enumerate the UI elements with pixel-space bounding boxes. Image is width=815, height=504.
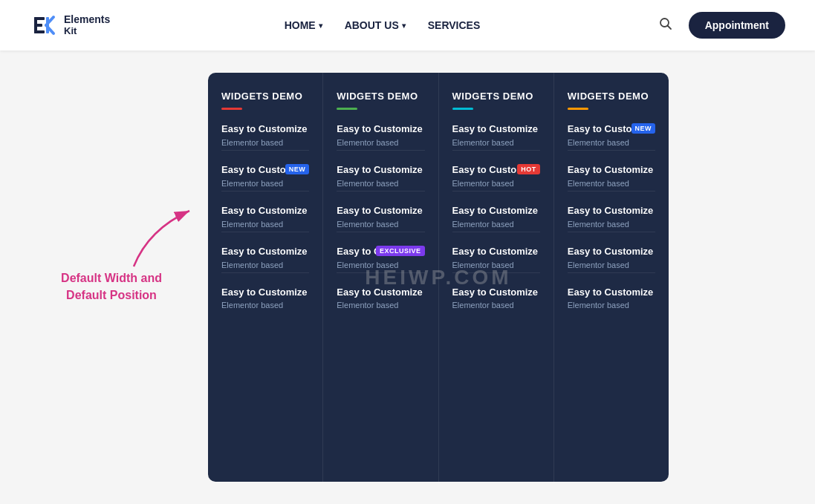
annotation-area: Default Width and Default Position — [45, 73, 208, 482]
menu-item-sub: Elementor based — [337, 301, 424, 310]
menu-item-sub: Elementor based — [452, 138, 540, 147]
menu-item[interactable]: Easy to CustomizeElementor based — [568, 164, 655, 192]
menu-item-sub: Elementor based — [221, 220, 309, 229]
menu-item[interactable]: Easy to CustomizeElementor based — [221, 123, 309, 151]
menu-item-sub: Elementor based — [337, 138, 424, 147]
col-underline-3 — [568, 108, 588, 110]
menu-item-title: Easy to Customize — [452, 205, 540, 217]
menu-item[interactable]: Easy to CustomizeElementor based — [337, 205, 424, 232]
logo-text: Elements Kit — [64, 13, 110, 36]
menu-item[interactable]: Easy to CustomizeElementor based — [568, 246, 655, 273]
menu-item[interactable]: Easy to CustomizeElementor basedHOT — [452, 164, 540, 192]
logo-icon — [30, 11, 58, 39]
menu-item-sub: Elementor based — [568, 179, 655, 188]
menu-item-title: Easy to Customize — [337, 287, 424, 299]
menu-item[interactable]: Easy to CustomizeElementor based — [452, 123, 540, 151]
menu-item-divider — [221, 232, 309, 232]
menu-item-sub: Elementor based — [568, 138, 655, 147]
menu-item[interactable]: Easy to CustomizeElementor basedNEW — [221, 164, 309, 192]
menu-item[interactable]: Easy to CustomizeElementor basedEXCLUSIV… — [337, 246, 424, 273]
menu-item-title: Easy to Customize — [337, 164, 424, 177]
menu-item[interactable]: Easy to CustomizeElementor based — [452, 287, 540, 310]
menu-item-divider — [452, 272, 540, 273]
mega-col-1: WIDGETS DEMOEasy to CustomizeElementor b… — [323, 73, 438, 482]
menu-item-sub: Elementor based — [221, 179, 309, 188]
menu-item-sub: Elementor based — [337, 261, 424, 269]
col-underline-1 — [337, 108, 357, 110]
chevron-icon: ▾ — [319, 22, 322, 30]
menu-item[interactable]: Easy to CustomizeElementor based — [452, 205, 540, 232]
menu-item-title: Easy to Customize — [452, 287, 540, 299]
badge-new: NEW — [631, 123, 656, 134]
col-title-3: WIDGETS DEMO — [568, 91, 655, 102]
svg-rect-2 — [34, 17, 45, 20]
menu-item[interactable]: Easy to CustomizeElementor based — [221, 287, 309, 310]
menu-item-sub: Elementor based — [221, 261, 309, 269]
menu-item[interactable]: Easy to CustomizeElementor based — [337, 164, 424, 192]
menu-item[interactable]: Easy to CustomizeElementor based — [337, 123, 424, 151]
menu-item[interactable]: Easy to CustomizeElementor based — [221, 246, 309, 273]
menu-item-title: Easy to Customize — [568, 164, 655, 177]
nav-about[interactable]: ABOUT US ▾ — [345, 19, 406, 31]
menu-item-divider — [568, 272, 655, 273]
annotation-text: Default Width and Default Position — [52, 270, 171, 304]
col-title-0: WIDGETS DEMO — [221, 91, 309, 102]
mega-col-3: WIDGETS DEMOEasy to CustomizeElementor b… — [554, 73, 669, 482]
chevron-icon: ▾ — [402, 22, 406, 30]
mega-menu: HEIWP.COM WIDGETS DEMOEasy to CustomizeE… — [208, 73, 669, 482]
menu-item-divider — [337, 232, 424, 232]
menu-item-sub: Elementor based — [337, 220, 424, 229]
menu-item-divider — [221, 191, 309, 192]
logo-area[interactable]: Elements Kit — [30, 11, 110, 39]
menu-item[interactable]: Easy to CustomizeElementor basedNEW — [568, 123, 655, 151]
header: Elements Kit HOME ▾ ABOUT US ▾ SERVICES … — [0, 0, 815, 50]
menu-item-divider — [568, 150, 655, 151]
menu-item-divider — [337, 272, 424, 273]
menu-item-title: Easy to Customize — [221, 205, 309, 217]
menu-item-sub: Elementor based — [452, 220, 540, 229]
svg-rect-4 — [34, 30, 45, 33]
badge-hot: HOT — [517, 164, 540, 174]
menu-item-divider — [568, 232, 655, 232]
appointment-button[interactable]: Appointment — [689, 12, 785, 39]
menu-item-title: Easy to Customize — [568, 205, 655, 217]
menu-item-divider — [337, 191, 424, 192]
svg-line-9 — [667, 25, 671, 29]
main-nav: HOME ▾ ABOUT US ▾ SERVICES — [285, 19, 481, 31]
menu-item-title: Easy to Customize — [568, 246, 655, 258]
mega-col-0: WIDGETS DEMOEasy to CustomizeElementor b… — [208, 73, 323, 482]
main-content: Default Width and Default Position HEIWP… — [0, 50, 815, 504]
search-button[interactable] — [655, 13, 677, 39]
mega-col-2: WIDGETS DEMOEasy to CustomizeElementor b… — [439, 73, 554, 482]
menu-item[interactable]: Easy to CustomizeElementor based — [568, 287, 655, 310]
menu-item[interactable]: Easy to CustomizeElementor based — [337, 287, 424, 310]
menu-item[interactable]: Easy to CustomizeElementor based — [452, 246, 540, 273]
menu-item-sub: Elementor based — [568, 261, 655, 269]
badge-new: NEW — [285, 164, 310, 174]
menu-item-title: Easy to Customize — [568, 287, 655, 299]
menu-item-title: Easy to Customize — [337, 123, 424, 136]
menu-item-sub: Elementor based — [568, 301, 655, 310]
menu-item[interactable]: Easy to CustomizeElementor based — [568, 205, 655, 232]
nav-services[interactable]: SERVICES — [428, 19, 481, 31]
menu-item-divider — [452, 191, 540, 192]
menu-item-divider — [221, 272, 309, 273]
menu-item-divider — [452, 150, 540, 151]
nav-home[interactable]: HOME ▾ — [285, 19, 322, 31]
menu-item-sub: Elementor based — [337, 179, 424, 188]
menu-item-sub: Elementor based — [452, 179, 540, 188]
menu-item-sub: Elementor based — [452, 301, 540, 310]
menu-item-title: Easy to Customize — [452, 123, 540, 136]
menu-item-title: Easy to Customize — [452, 246, 540, 258]
col-title-2: WIDGETS DEMO — [452, 91, 540, 102]
menu-item[interactable]: Easy to CustomizeElementor based — [221, 205, 309, 232]
col-title-1: WIDGETS DEMO — [337, 91, 424, 102]
menu-item-divider — [337, 150, 424, 151]
menu-item-divider — [568, 191, 655, 192]
menu-item-sub: Elementor based — [452, 261, 540, 269]
col-underline-0 — [221, 108, 242, 110]
brand-sub: Kit — [64, 26, 110, 37]
menu-item-title: Easy to Customize — [221, 246, 309, 258]
badge-exclusive: EXCLUSIVE — [376, 246, 425, 256]
header-actions: Appointment — [655, 12, 785, 39]
